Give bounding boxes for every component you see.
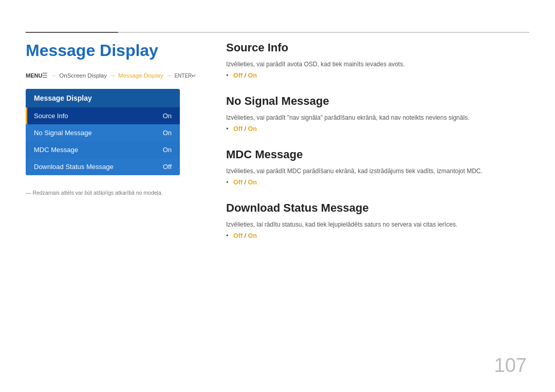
menu-icon: MENU (26, 72, 42, 79)
mdc-sep: / (243, 179, 248, 186)
section-no-signal: No Signal Message Izvēlieties, vai parād… (226, 95, 529, 133)
menu-item-source-info-value: On (163, 112, 172, 120)
menu-item-source-info[interactable]: Source Info On (26, 107, 180, 124)
no-signal-sep: / (243, 125, 248, 133)
no-signal-on: On (248, 125, 256, 133)
menu-item-mdc-label: MDC Message (34, 146, 78, 154)
menu-item-download[interactable]: Download Status Message Off (26, 158, 180, 175)
top-divider (26, 32, 529, 33)
menu-box: Message Display Source Info On No Signal… (26, 89, 180, 175)
breadcrumb: MENU☰ → OnScreen Display → Message Displ… (26, 71, 200, 80)
breadcrumb-item-2: Message Display (118, 72, 163, 79)
arrow-2: → (109, 72, 117, 79)
mdc-on: On (248, 179, 256, 186)
section-mdc-title: MDC Message (226, 148, 529, 161)
download-off: Off (233, 232, 243, 239)
menu-item-mdc[interactable]: MDC Message On (26, 141, 180, 158)
menu-item-no-signal-label: No Signal Message (34, 129, 92, 137)
mdc-off: Off (233, 179, 243, 186)
left-panel: Message Display MENU☰ → OnScreen Display… (26, 41, 200, 196)
page-title: Message Display (26, 41, 200, 60)
download-on: On (248, 232, 256, 239)
section-mdc-option: Off / On (226, 179, 529, 186)
section-no-signal-desc: Izvēlieties, vai parādīt "nav signāla" p… (226, 113, 529, 122)
no-signal-off: Off (233, 125, 243, 133)
section-no-signal-title: No Signal Message (226, 95, 529, 108)
menu-item-download-label: Download Status Message (34, 163, 114, 171)
arrow-1: → (51, 72, 59, 79)
menu-header: Message Display (26, 89, 180, 107)
menu-item-no-signal-value: On (163, 129, 172, 137)
source-info-on: On (248, 72, 256, 79)
menu-item-mdc-value: On (163, 146, 172, 154)
section-source-info-desc: Izvēlieties, vai parādīt avota OSD, kad … (226, 60, 529, 69)
menu-item-no-signal[interactable]: No Signal Message On (26, 124, 180, 141)
right-panel: Source Info Izvēlieties, vai parādīt avo… (226, 41, 529, 255)
enter-icon: ENTER↵ (174, 73, 196, 79)
section-source-info: Source Info Izvēlieties, vai parādīt avo… (226, 41, 529, 79)
footnote: Redzamais attēls var būt atšķirīgs atkar… (26, 190, 200, 196)
page-number: 107 (494, 354, 527, 377)
menu-item-source-info-label: Source Info (34, 112, 68, 120)
section-download-title: Download Status Message (226, 201, 529, 215)
section-mdc-desc: Izvēlieties, vai parādīt MDC parādīšanu … (226, 166, 529, 176)
arrow-3: → (166, 72, 174, 79)
section-source-info-option: Off / On (226, 72, 529, 79)
section-download-desc: Izvēlieties, lai rādītu statusu, kad tie… (226, 220, 529, 229)
section-download-option: Off / On (226, 232, 529, 239)
section-source-info-title: Source Info (226, 41, 529, 54)
section-download: Download Status Message Izvēlieties, lai… (226, 201, 529, 239)
source-info-sep: / (243, 72, 248, 79)
source-info-off: Off (233, 72, 243, 79)
section-mdc: MDC Message Izvēlieties, vai parādīt MDC… (226, 148, 529, 186)
breadcrumb-item-1: OnScreen Display (59, 72, 107, 79)
download-sep: / (243, 232, 248, 239)
menu-item-download-value: Off (163, 163, 172, 171)
menu-symbol: ☰ (42, 72, 48, 79)
section-no-signal-option: Off / On (226, 125, 529, 133)
